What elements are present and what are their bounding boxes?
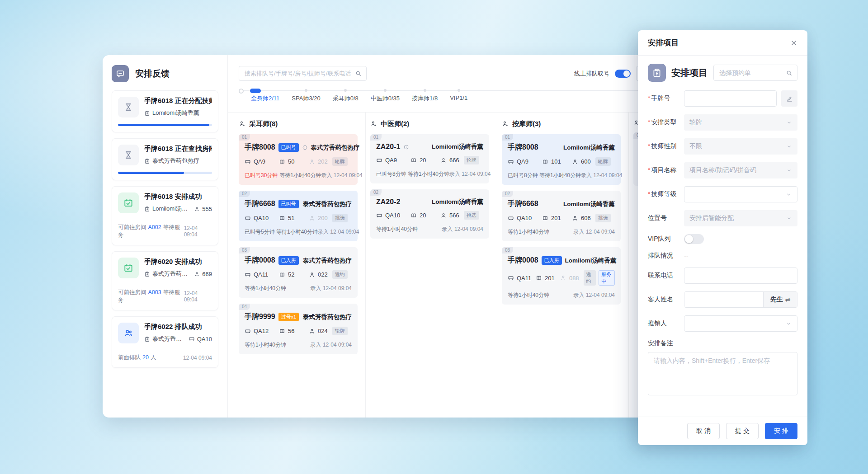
drawer-form: *手牌号 (648, 90, 797, 332)
book-item: 201 (542, 215, 572, 221)
gender-suffix[interactable]: 先生⇌ (763, 292, 797, 307)
card-project: Lomilomi汤崎香薰 (432, 198, 483, 206)
room-item: QA9 (508, 158, 542, 165)
person-item: 600 (572, 158, 591, 165)
hand-tag: ZA20-2 (376, 198, 400, 206)
mode-chip: 轮牌 (464, 156, 479, 164)
book-icon (279, 159, 285, 165)
card-info-row: QA11 52 02 (245, 270, 352, 279)
mode-chip: 挑选 (464, 211, 479, 220)
guest-name-input[interactable] (684, 292, 763, 307)
chevron-down-icon (786, 216, 792, 221)
category-tab[interactable]: 按摩师1/8 (412, 94, 438, 103)
entry-time: 录入 12-04 09:04 (321, 172, 362, 179)
column-cards: 01 手牌8008 已叫号 泰式芳香药包热疗 (239, 134, 358, 354)
person-item: 024 (309, 328, 328, 334)
select-field[interactable]: 安排后智能分配 (684, 210, 797, 226)
reservation-search-input[interactable] (718, 69, 786, 77)
queue-card[interactable]: 03 手牌0008 已入房 Lomilomi汤崎香薰 (502, 247, 621, 305)
person-icon (572, 159, 578, 165)
info-icon[interactable] (302, 145, 308, 150)
arrange-button[interactable]: 安排 (765, 423, 797, 439)
room-item: QA9 (245, 158, 279, 165)
category-tab[interactable]: 采耳师0/8 (333, 94, 359, 103)
submit-button[interactable]: 提交 (726, 423, 759, 439)
card-tags: 轮牌 (464, 156, 479, 164)
feedback-card-body: 手牌6018 安排成功 Lomilomi汤崎香薰 555 (144, 192, 212, 213)
feedback-card[interactable]: 手牌6020 安排成功 泰式芳香药包热疗 669 (112, 251, 218, 310)
category-tab[interactable]: SPA师3/20 (292, 94, 320, 103)
person-icon (309, 215, 315, 221)
category-tab[interactable]: 全身师2/11 (251, 94, 279, 103)
person-icon (572, 215, 578, 221)
person-icon (309, 272, 315, 278)
room-icon (376, 157, 382, 164)
column-cards: 01 ZA20-1 Lomilomi汤崎香薰 (370, 134, 489, 239)
form-row: *VIP队列 (648, 234, 797, 244)
person-item: 202 (309, 158, 328, 165)
select-field[interactable]: 轮牌 (684, 114, 797, 131)
feedback-card[interactable]: 手牌6018 正在分配技师... Lomilomi汤崎香薰 (112, 90, 218, 132)
footer-link[interactable]: 20 (142, 354, 149, 361)
info-icon[interactable] (403, 144, 409, 150)
person-icon (194, 206, 200, 212)
footer-link[interactable]: A003 (148, 289, 161, 296)
note-textarea[interactable] (648, 352, 797, 395)
category-tab[interactable]: VIP1/1 (450, 94, 467, 103)
close-icon[interactable] (790, 39, 797, 47)
arrange-project-drawer: 安排项目 安排项目 *手牌号 (638, 30, 807, 445)
feedback-card-sub: 泰式芳香药包热疗 QA10 (144, 335, 212, 343)
form-row: *手牌号 (648, 90, 797, 107)
sign-pad-button[interactable] (781, 90, 797, 107)
text-input[interactable] (684, 268, 797, 283)
active-tab-handle[interactable] (250, 89, 261, 93)
select-field[interactable] (684, 315, 797, 332)
queue-card[interactable]: 02 手牌6668 已叫号 泰式芳香药包热疗 (239, 191, 358, 241)
queue-card[interactable]: 01 手牌8008 Lomilomi汤崎香薰 (502, 134, 621, 185)
card-index: 02 (370, 189, 382, 196)
feedback-card-sub: Lomilomi汤崎香薰 (144, 109, 212, 117)
footer-time: 12-04 09:04 (183, 355, 212, 361)
cancel-button[interactable]: 取消 (687, 423, 720, 439)
online-queue-toggle[interactable] (615, 70, 631, 78)
technician-icon (370, 121, 377, 127)
book-icon (279, 328, 285, 334)
mode-chip: 邀约 (584, 270, 596, 286)
search-input[interactable] (244, 70, 355, 77)
category-tab[interactable]: 中医师0/35 (371, 94, 400, 103)
queue-card[interactable]: 02 ZA20-2 Lomilomi汤崎香薰 (370, 189, 489, 239)
card-tags: 挑选 (464, 211, 479, 220)
room-item: QA12 (245, 328, 279, 334)
footer-link[interactable]: A002 (148, 224, 161, 230)
room-number: QA10 (197, 336, 212, 343)
feedback-card[interactable]: 手牌6018 安排成功 Lomilomi汤崎香薰 555 (112, 186, 218, 245)
room-chip: QA10 (189, 336, 212, 343)
field-control: -- -- (684, 252, 797, 259)
feedback-card[interactable]: 手牌6022 排队成功 泰式芳香药包热疗 (112, 316, 218, 368)
kanban-columns: 采耳师(8) 01 手牌8008 已叫号 (239, 113, 633, 418)
hand-tag-input (684, 90, 777, 107)
queue-card[interactable]: 04 手牌9999 过号x1 泰式芳香药包热疗 (239, 304, 358, 354)
project-name: Lomilomi汤崎香薰 (152, 109, 199, 117)
queue-card[interactable]: 01 手牌8008 已叫号 泰式芳香药包热疗 (239, 134, 358, 185)
status-badge: 过号x1 (278, 313, 299, 321)
search-icon (355, 70, 362, 77)
select-field[interactable] (684, 186, 797, 202)
card-footer-row: 等待1小时40分钟 录入 12-04 09:04 (245, 285, 352, 292)
technician-number: 555 (202, 206, 212, 212)
feedback-card[interactable]: 手牌6018 正在查找房间... 泰式芳香药包热疗 (112, 138, 218, 180)
sidebar-title: 安排反馈 (135, 68, 170, 80)
book-icon (410, 212, 417, 219)
queue-card[interactable]: 02 手牌6668 Lomilomi汤崎香薰 (502, 191, 621, 241)
queue-card[interactable]: 01 ZA20-1 Lomilomi汤崎香薰 (370, 134, 489, 183)
select-field[interactable]: 项目名称/助记码/拼音码 (684, 162, 797, 178)
queue-card[interactable]: 03 手牌0008 已入房 泰式芳香药包热疗 (239, 247, 358, 298)
text-input[interactable] (684, 91, 776, 106)
room-icon (508, 159, 514, 165)
footer-time: 12-04 09:04 (184, 290, 212, 303)
card-info-row: QA9 101 60 (508, 157, 615, 166)
select-field[interactable]: 不限 (684, 138, 797, 155)
book-item: 52 (279, 271, 309, 278)
vip-queue-toggle[interactable] (684, 234, 704, 244)
column-header: 采耳师(8) (239, 120, 358, 128)
